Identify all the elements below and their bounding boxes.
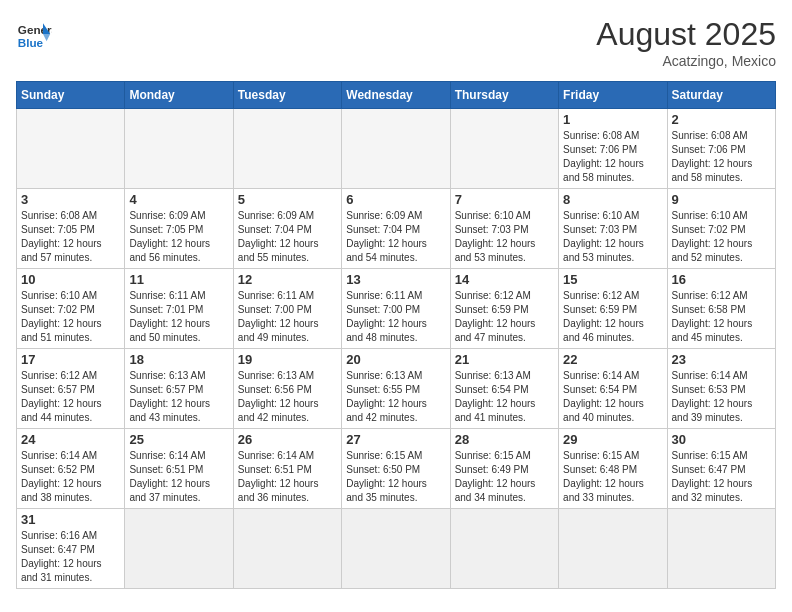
day-cell	[233, 109, 341, 189]
day-number: 29	[563, 432, 662, 447]
location: Acatzingo, Mexico	[596, 53, 776, 69]
weekday-header-thursday: Thursday	[450, 82, 558, 109]
day-cell	[667, 509, 775, 589]
day-cell: 5Sunrise: 6:09 AM Sunset: 7:04 PM Daylig…	[233, 189, 341, 269]
day-info: Sunrise: 6:12 AM Sunset: 6:59 PM Dayligh…	[455, 289, 554, 345]
day-number: 22	[563, 352, 662, 367]
svg-text:Blue: Blue	[18, 36, 44, 49]
day-number: 17	[21, 352, 120, 367]
weekday-header-friday: Friday	[559, 82, 667, 109]
day-cell: 17Sunrise: 6:12 AM Sunset: 6:57 PM Dayli…	[17, 349, 125, 429]
svg-marker-3	[43, 34, 50, 41]
week-row-4: 17Sunrise: 6:12 AM Sunset: 6:57 PM Dayli…	[17, 349, 776, 429]
day-info: Sunrise: 6:14 AM Sunset: 6:51 PM Dayligh…	[129, 449, 228, 505]
day-cell	[342, 509, 450, 589]
day-number: 28	[455, 432, 554, 447]
day-number: 4	[129, 192, 228, 207]
day-cell	[125, 509, 233, 589]
day-info: Sunrise: 6:11 AM Sunset: 7:00 PM Dayligh…	[346, 289, 445, 345]
day-number: 24	[21, 432, 120, 447]
day-info: Sunrise: 6:13 AM Sunset: 6:57 PM Dayligh…	[129, 369, 228, 425]
day-number: 16	[672, 272, 771, 287]
week-row-5: 24Sunrise: 6:14 AM Sunset: 6:52 PM Dayli…	[17, 429, 776, 509]
day-number: 1	[563, 112, 662, 127]
day-cell: 8Sunrise: 6:10 AM Sunset: 7:03 PM Daylig…	[559, 189, 667, 269]
day-cell: 19Sunrise: 6:13 AM Sunset: 6:56 PM Dayli…	[233, 349, 341, 429]
day-number: 8	[563, 192, 662, 207]
day-info: Sunrise: 6:13 AM Sunset: 6:54 PM Dayligh…	[455, 369, 554, 425]
weekday-header-saturday: Saturday	[667, 82, 775, 109]
day-number: 12	[238, 272, 337, 287]
day-info: Sunrise: 6:09 AM Sunset: 7:04 PM Dayligh…	[238, 209, 337, 265]
day-number: 5	[238, 192, 337, 207]
day-info: Sunrise: 6:14 AM Sunset: 6:52 PM Dayligh…	[21, 449, 120, 505]
day-number: 26	[238, 432, 337, 447]
logo-icon: General Blue	[16, 16, 52, 52]
day-cell: 26Sunrise: 6:14 AM Sunset: 6:51 PM Dayli…	[233, 429, 341, 509]
day-info: Sunrise: 6:09 AM Sunset: 7:05 PM Dayligh…	[129, 209, 228, 265]
day-cell: 23Sunrise: 6:14 AM Sunset: 6:53 PM Dayli…	[667, 349, 775, 429]
day-cell: 21Sunrise: 6:13 AM Sunset: 6:54 PM Dayli…	[450, 349, 558, 429]
day-info: Sunrise: 6:11 AM Sunset: 7:01 PM Dayligh…	[129, 289, 228, 345]
day-info: Sunrise: 6:13 AM Sunset: 6:56 PM Dayligh…	[238, 369, 337, 425]
day-cell: 29Sunrise: 6:15 AM Sunset: 6:48 PM Dayli…	[559, 429, 667, 509]
day-info: Sunrise: 6:12 AM Sunset: 6:59 PM Dayligh…	[563, 289, 662, 345]
day-number: 13	[346, 272, 445, 287]
title-block: August 2025 Acatzingo, Mexico	[596, 16, 776, 69]
day-info: Sunrise: 6:08 AM Sunset: 7:05 PM Dayligh…	[21, 209, 120, 265]
day-cell	[450, 509, 558, 589]
day-info: Sunrise: 6:09 AM Sunset: 7:04 PM Dayligh…	[346, 209, 445, 265]
day-number: 2	[672, 112, 771, 127]
day-cell	[233, 509, 341, 589]
day-info: Sunrise: 6:14 AM Sunset: 6:51 PM Dayligh…	[238, 449, 337, 505]
day-cell: 2Sunrise: 6:08 AM Sunset: 7:06 PM Daylig…	[667, 109, 775, 189]
day-info: Sunrise: 6:13 AM Sunset: 6:55 PM Dayligh…	[346, 369, 445, 425]
week-row-6: 31Sunrise: 6:16 AM Sunset: 6:47 PM Dayli…	[17, 509, 776, 589]
weekday-header-wednesday: Wednesday	[342, 82, 450, 109]
day-cell: 25Sunrise: 6:14 AM Sunset: 6:51 PM Dayli…	[125, 429, 233, 509]
weekday-header-monday: Monday	[125, 82, 233, 109]
day-number: 3	[21, 192, 120, 207]
day-number: 9	[672, 192, 771, 207]
day-number: 15	[563, 272, 662, 287]
day-cell	[125, 109, 233, 189]
day-cell: 9Sunrise: 6:10 AM Sunset: 7:02 PM Daylig…	[667, 189, 775, 269]
day-cell	[17, 109, 125, 189]
day-number: 19	[238, 352, 337, 367]
day-cell: 6Sunrise: 6:09 AM Sunset: 7:04 PM Daylig…	[342, 189, 450, 269]
day-cell: 1Sunrise: 6:08 AM Sunset: 7:06 PM Daylig…	[559, 109, 667, 189]
day-info: Sunrise: 6:08 AM Sunset: 7:06 PM Dayligh…	[672, 129, 771, 185]
day-cell: 22Sunrise: 6:14 AM Sunset: 6:54 PM Dayli…	[559, 349, 667, 429]
logo: General Blue	[16, 16, 52, 52]
day-info: Sunrise: 6:10 AM Sunset: 7:03 PM Dayligh…	[455, 209, 554, 265]
week-row-2: 3Sunrise: 6:08 AM Sunset: 7:05 PM Daylig…	[17, 189, 776, 269]
day-info: Sunrise: 6:16 AM Sunset: 6:47 PM Dayligh…	[21, 529, 120, 585]
day-cell: 13Sunrise: 6:11 AM Sunset: 7:00 PM Dayli…	[342, 269, 450, 349]
page-header: General Blue August 2025 Acatzingo, Mexi…	[16, 16, 776, 69]
day-cell: 24Sunrise: 6:14 AM Sunset: 6:52 PM Dayli…	[17, 429, 125, 509]
day-number: 10	[21, 272, 120, 287]
day-number: 30	[672, 432, 771, 447]
week-row-1: 1Sunrise: 6:08 AM Sunset: 7:06 PM Daylig…	[17, 109, 776, 189]
day-number: 31	[21, 512, 120, 527]
day-cell: 4Sunrise: 6:09 AM Sunset: 7:05 PM Daylig…	[125, 189, 233, 269]
day-number: 25	[129, 432, 228, 447]
calendar-table: SundayMondayTuesdayWednesdayThursdayFrid…	[16, 81, 776, 589]
header-row: SundayMondayTuesdayWednesdayThursdayFrid…	[17, 82, 776, 109]
day-cell: 15Sunrise: 6:12 AM Sunset: 6:59 PM Dayli…	[559, 269, 667, 349]
day-info: Sunrise: 6:14 AM Sunset: 6:54 PM Dayligh…	[563, 369, 662, 425]
day-number: 27	[346, 432, 445, 447]
day-cell: 16Sunrise: 6:12 AM Sunset: 6:58 PM Dayli…	[667, 269, 775, 349]
day-cell: 30Sunrise: 6:15 AM Sunset: 6:47 PM Dayli…	[667, 429, 775, 509]
day-number: 18	[129, 352, 228, 367]
day-cell: 10Sunrise: 6:10 AM Sunset: 7:02 PM Dayli…	[17, 269, 125, 349]
day-number: 23	[672, 352, 771, 367]
day-cell: 14Sunrise: 6:12 AM Sunset: 6:59 PM Dayli…	[450, 269, 558, 349]
day-number: 14	[455, 272, 554, 287]
day-cell: 11Sunrise: 6:11 AM Sunset: 7:01 PM Dayli…	[125, 269, 233, 349]
weekday-header-tuesday: Tuesday	[233, 82, 341, 109]
day-info: Sunrise: 6:10 AM Sunset: 7:02 PM Dayligh…	[672, 209, 771, 265]
month-title: August 2025	[596, 16, 776, 53]
day-info: Sunrise: 6:14 AM Sunset: 6:53 PM Dayligh…	[672, 369, 771, 425]
day-number: 11	[129, 272, 228, 287]
